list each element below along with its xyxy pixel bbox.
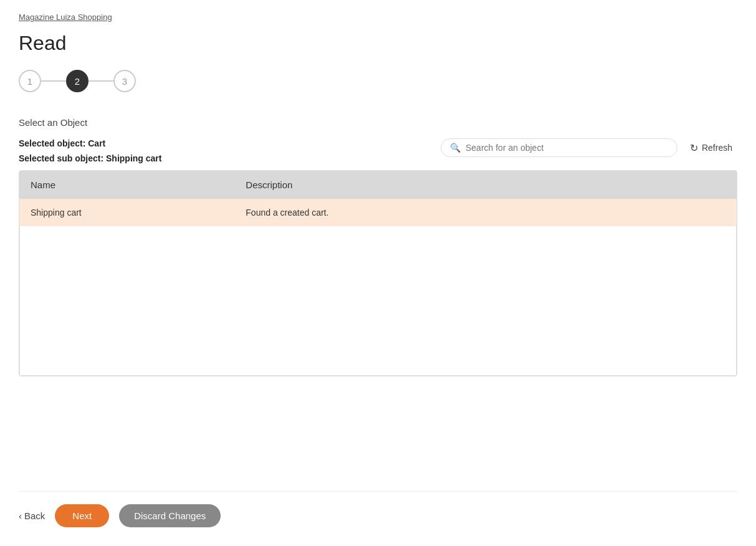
refresh-button[interactable]: ↻ Refresh (685, 140, 737, 156)
empty-table-area (19, 226, 737, 376)
content-area: Select an Object Selected object: Cart S… (19, 117, 737, 479)
selected-sub-object-info: Selected sub object: Shipping cart (19, 153, 161, 164)
page-wrapper: Magazine Luiza Shopping Read 1 2 3 Selec… (0, 0, 756, 546)
footer: ‹ Back Next Discard Changes (19, 491, 737, 534)
column-name: Name (19, 171, 234, 199)
step-line-1 (41, 80, 66, 82)
table-row[interactable]: Shipping cart Found a created cart. (19, 199, 737, 226)
discard-changes-button[interactable]: Discard Changes (119, 504, 221, 527)
selected-info-block: Selected object: Cart Selected sub objec… (19, 138, 161, 168)
objects-table: Name Description Shipping cart Found a c… (19, 171, 737, 226)
table-container: Name Description Shipping cart Found a c… (19, 170, 737, 376)
table-header: Name Description (19, 171, 737, 199)
next-button[interactable]: Next (55, 504, 109, 527)
selected-object-info: Selected object: Cart (19, 138, 161, 149)
back-button[interactable]: ‹ Back (19, 510, 45, 521)
search-icon: 🔍 (450, 143, 461, 153)
column-description: Description (234, 171, 737, 199)
step-line-2 (89, 80, 113, 82)
step-1[interactable]: 1 (19, 70, 41, 92)
page-title: Read (19, 32, 737, 55)
table-body: Shipping cart Found a created cart. (19, 199, 737, 226)
select-an-object-label: Select an Object (19, 117, 737, 128)
breadcrumb[interactable]: Magazine Luiza Shopping (19, 12, 737, 22)
row-description: Found a created cart. (234, 199, 737, 226)
search-box[interactable]: 🔍 (441, 138, 677, 157)
step-3[interactable]: 3 (113, 70, 136, 92)
back-chevron-icon: ‹ (19, 510, 22, 521)
row-name: Shipping cart (19, 199, 234, 226)
step-2[interactable]: 2 (66, 70, 89, 92)
refresh-icon: ↻ (690, 142, 698, 154)
search-input[interactable] (466, 143, 668, 153)
stepper: 1 2 3 (19, 70, 737, 92)
info-row: Selected object: Cart Selected sub objec… (19, 138, 737, 168)
search-refresh-row: 🔍 ↻ Refresh (441, 138, 737, 157)
